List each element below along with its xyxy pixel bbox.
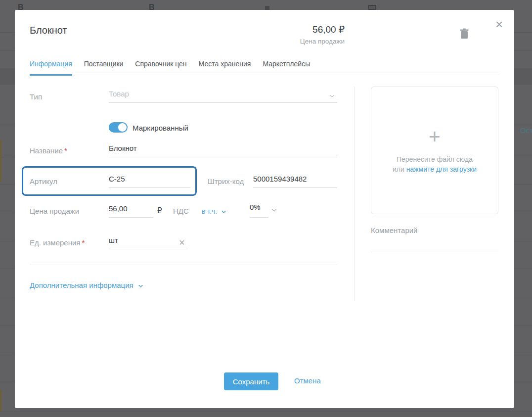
vat-mode-dropdown[interactable]: в т.ч. [202,207,225,215]
background-row-divider [0,412,532,412]
sku-input[interactable] [109,173,190,188]
chevron-down-icon [272,207,277,212]
tab-storage[interactable]: Места хранения [199,60,251,75]
additional-info-label[interactable]: Дополнительная информация [30,281,133,289]
cancel-button[interactable]: Отмена [294,376,321,385]
currency-symbol: ₽ [157,206,162,215]
vat-mode-value[interactable]: в т.ч. [202,207,217,215]
sale-price-value: 56,00 ₽ [300,24,345,35]
background-row-accent [0,390,1,412]
chevron-down-icon [222,209,226,214]
dropzone-hint-line2: или нажмите для загрузки [393,164,477,174]
tab-information[interactable]: Информация [30,60,72,76]
calendar-icon [368,5,376,10]
unit-input[interactable] [109,234,188,249]
product-edit-modal: Блокнот 56,00 ₽ Цена продажи × Информаци… [15,10,514,408]
vat-rate-dropdown[interactable]: 0% [250,203,268,218]
trash-icon [459,28,470,40]
price-label: Цена продажи [30,207,79,215]
marked-toggle[interactable] [109,122,128,133]
required-asterisk: * [82,238,85,247]
name-input[interactable] [109,142,337,157]
clipped-stock-column-header: Ост [520,126,532,135]
comment-label: Комментарий [371,226,417,234]
name-label-text: Название [30,146,63,155]
chevron-down-icon [138,283,143,288]
close-icon[interactable]: × [493,16,505,33]
product-title: Блокнот [30,25,67,36]
toggle-knob [118,123,127,132]
type-select[interactable] [109,88,337,103]
comment-input[interactable] [371,238,498,253]
name-label: Название* [30,146,67,155]
type-label: Тип [30,93,42,101]
plus-icon: + [429,127,440,146]
sale-price-caption: Цена продажи [300,38,345,45]
barcode-label: Штрих-код [208,177,244,185]
panel-divider [354,87,355,301]
tab-price-list[interactable]: Справочник цен [135,60,186,75]
required-asterisk: * [64,146,67,155]
price-input[interactable] [109,203,153,218]
upload-link[interactable]: нажмите для загрузки [406,165,477,173]
modal-tabbar: Информация Поставщики Справочник цен Мес… [30,60,499,75]
sale-price-summary: 56,00 ₽ Цена продажи [300,24,345,45]
unit-label: Ед. измерения* [30,238,85,247]
dropzone-hint-prefix: или [393,165,404,173]
vat-rate-value: 0% [250,203,261,211]
marked-toggle-label: Маркированный [133,124,188,132]
delete-product-button[interactable] [459,28,472,41]
tab-marketplaces[interactable]: Маркетплейсы [263,60,310,75]
page: { "backdrop": { "clipped_header_letters"… [0,0,532,417]
sku-label: Артикул [30,177,57,185]
save-button[interactable]: Сохранить [224,372,278,390]
section-divider [30,265,337,265]
clear-icon[interactable]: × [179,237,185,247]
additional-info-expander[interactable]: Дополнительная информация [30,281,142,290]
clipped-header-fragment [265,6,269,10]
vat-label: НДС [173,207,189,215]
file-dropzone[interactable]: + Перенесите файл сюда или нажмите для з… [371,87,498,214]
barcode-input[interactable] [253,173,337,188]
unit-label-text: Ед. измерения [30,238,80,247]
dropzone-hint-line1: Перенесите файл сюда [397,154,473,164]
tab-suppliers[interactable]: Поставщики [84,60,124,75]
background-row-accent [0,140,1,182]
